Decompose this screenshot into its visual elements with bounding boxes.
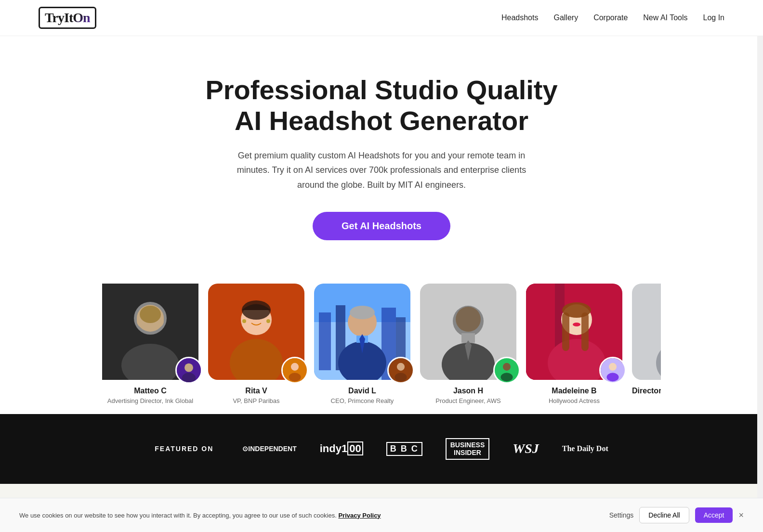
press-business-insider: BUSINESSINSIDER — [446, 438, 490, 460]
scrollbar-track[interactable] — [757, 0, 763, 513]
svg-rect-52 — [562, 312, 569, 351]
card-name-jason: Jason H — [420, 387, 516, 395]
nav-login[interactable]: Log In — [703, 13, 724, 22]
svg-point-31 — [350, 306, 375, 319]
cookie-settings-button[interactable]: Settings — [609, 511, 634, 513]
svg-rect-61 — [632, 284, 661, 380]
svg-rect-22 — [319, 312, 331, 370]
headshot-card-matteo: Matteo C Advertising Director, Ink Globa… — [102, 284, 198, 404]
svg-point-8 — [184, 363, 193, 372]
svg-point-56 — [609, 363, 617, 370]
headshot-wrap-david — [314, 284, 410, 380]
svg-point-33 — [397, 363, 405, 370]
hero-section: Professional Studio Quality AI Headshot … — [0, 36, 763, 260]
card-role-matteo: Advertising Director, Ink Global — [102, 397, 198, 404]
headshot-card-rita: Rita V VP, BNP Paribas — [208, 284, 304, 404]
headshot-wrap-madeleine — [526, 284, 622, 380]
press-wsj: WSJ — [513, 441, 539, 456]
card-name-madeleine: Madeleine B — [526, 387, 622, 395]
card-name-partial: Director — [632, 387, 661, 395]
card-role-madeleine: Hollywood Actress — [526, 397, 622, 404]
svg-point-15 — [242, 319, 246, 323]
svg-point-14 — [242, 300, 271, 320]
nav-headshots[interactable]: Headshots — [501, 13, 539, 22]
featured-label: FEATURED ON — [155, 445, 213, 453]
navbar: TryItOn Headshots Gallery Corporate New … — [0, 0, 763, 36]
card-role-jason: Product Engineer, AWS — [420, 397, 516, 404]
card-name-david: David L — [314, 387, 410, 395]
nav-links: Headshots Gallery Corporate New AI Tools… — [501, 13, 724, 22]
headshot-card-david: David L CEO, Primcone Realty — [314, 284, 410, 404]
svg-point-57 — [607, 373, 619, 381]
before-photo-rita — [281, 357, 308, 384]
cookie-accept-button[interactable]: Accept — [695, 507, 733, 513]
headshot-card-partial: Director — [632, 284, 661, 404]
headshot-wrap-rita — [208, 284, 304, 380]
press-bbc: B B C — [386, 442, 422, 456]
gallery-section: Matteo C Advertising Director, Ink Globa… — [0, 260, 763, 414]
cookie-banner: We use cookies on our website to see how… — [0, 498, 763, 513]
card-role-rita: VP, BNP Paribas — [208, 397, 304, 404]
card-name-rita: Rita V — [208, 387, 304, 395]
press-logos: ⊙INDEPENDENT indy100 B B C BUSINESSINSID… — [242, 438, 608, 460]
card-role-david: CEO, Primcone Realty — [314, 397, 410, 404]
nav-corporate[interactable]: Corporate — [593, 13, 628, 22]
headshot-wrap-matteo — [102, 284, 198, 380]
gallery-row: Matteo C Advertising Director, Ink Globa… — [0, 284, 763, 404]
svg-point-6 — [140, 306, 161, 323]
cookie-decline-button[interactable]: Decline All — [639, 507, 689, 513]
hero-title: Professional Studio Quality AI Headshot … — [174, 75, 589, 137]
cookie-actions: Settings Decline All Accept × — [609, 507, 744, 513]
before-photo-matteo — [175, 357, 202, 384]
headshot-card-madeleine: Madeleine B Hollywood Actress — [526, 284, 622, 404]
svg-point-44 — [501, 373, 513, 381]
svg-point-43 — [503, 363, 511, 370]
nav-new-ai-tools[interactable]: New AI Tools — [643, 13, 687, 22]
before-photo-madeleine — [599, 357, 626, 384]
press-daily-dot: The Daily Dot — [562, 444, 608, 453]
press-indy100: indy100 — [320, 442, 363, 455]
headshot-wrap-jason — [420, 284, 516, 380]
hero-subtitle: Get premium quality custom AI Headshots … — [232, 148, 531, 193]
svg-point-16 — [266, 319, 270, 323]
cta-get-headshots[interactable]: Get AI Headshots — [313, 212, 450, 240]
svg-point-18 — [291, 363, 299, 370]
featured-section: FEATURED ON ⊙INDEPENDENT indy100 B B C B… — [0, 414, 763, 484]
svg-rect-53 — [581, 312, 589, 351]
svg-point-54 — [573, 323, 580, 326]
svg-point-19 — [289, 373, 301, 381]
privacy-policy-link[interactable]: Privacy Policy — [338, 512, 381, 513]
site-logo[interactable]: TryItOn — [39, 7, 96, 29]
headshot-card-jason: Jason H Product Engineer, AWS — [420, 284, 516, 404]
cookie-close-button[interactable]: × — [738, 510, 744, 513]
before-photo-david — [387, 357, 414, 384]
card-name-matteo: Matteo C — [102, 387, 198, 395]
svg-point-34 — [395, 373, 407, 381]
nav-gallery[interactable]: Gallery — [553, 13, 578, 22]
press-independent: ⊙INDEPENDENT — [242, 445, 296, 453]
before-photo-jason — [493, 357, 520, 384]
cookie-text: We use cookies on our website to see how… — [19, 512, 600, 513]
